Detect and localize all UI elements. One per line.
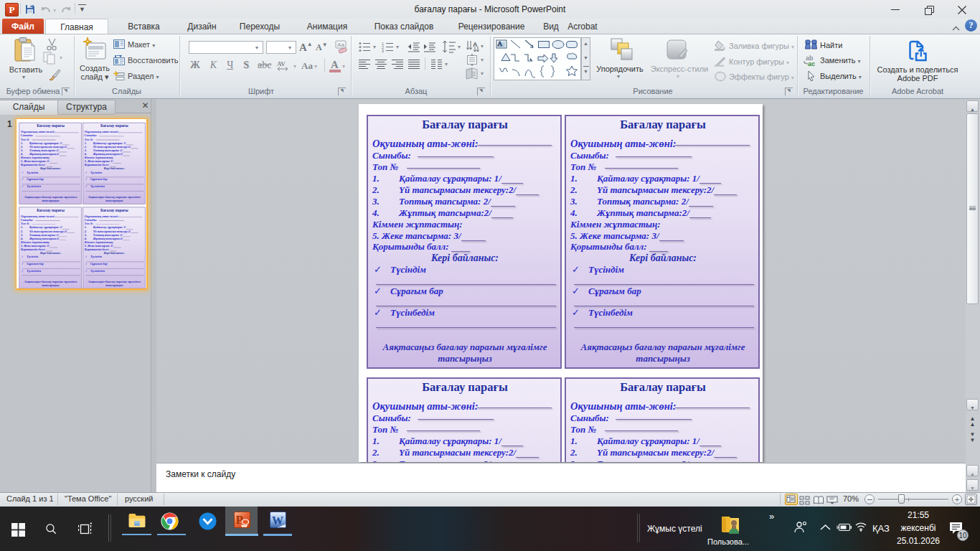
svg-text:Аа: Аа xyxy=(337,42,344,48)
svg-text:W: W xyxy=(272,514,283,527)
svg-text:3: 3 xyxy=(382,49,384,53)
svg-text:A: A xyxy=(498,40,503,47)
svg-text:AV: AV xyxy=(277,60,286,67)
svg-text:ac: ac xyxy=(808,60,815,67)
svg-text:P: P xyxy=(236,513,243,527)
svg-text:A: A xyxy=(473,41,478,48)
